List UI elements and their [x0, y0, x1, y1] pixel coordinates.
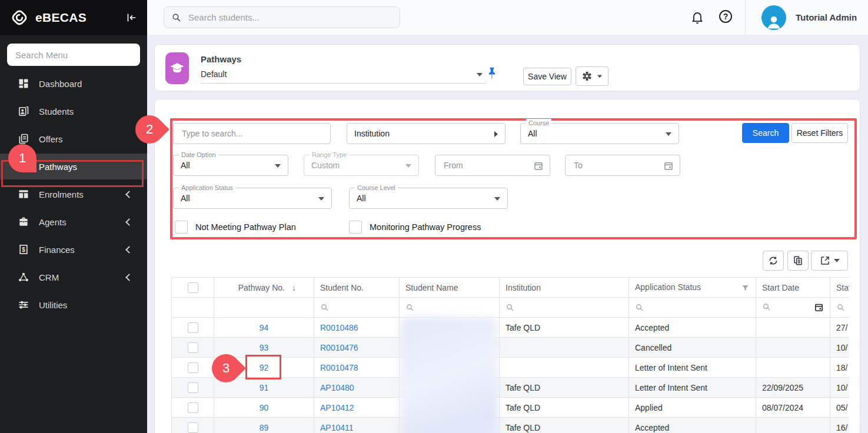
date-to-input[interactable]	[573, 160, 673, 171]
refresh-button[interactable]	[763, 251, 784, 271]
app-logo-icon	[9, 8, 29, 28]
select-all-checkbox[interactable]	[188, 282, 198, 293]
cell-status_date: 27/	[830, 318, 850, 338]
filter-cell-student_name[interactable]	[400, 298, 500, 318]
refresh-icon	[768, 255, 779, 266]
pathway_no-link[interactable]: 91	[260, 383, 269, 392]
monitoring-pathway-progress-option: Monitoring Pathway Progress	[349, 221, 481, 234]
filter-cell-student_no[interactable]	[314, 298, 400, 318]
student_no-link[interactable]: AP10412	[320, 403, 354, 412]
row-checkbox[interactable]	[188, 382, 198, 393]
sidebar-item-label: Dashboard	[39, 79, 133, 89]
col-header-application_status[interactable]: Application Status	[629, 278, 756, 298]
student-search-input[interactable]	[187, 12, 393, 23]
student_no-link[interactable]: R0010486	[320, 323, 358, 332]
row-checkbox[interactable]	[188, 422, 198, 433]
reset-filters-button[interactable]: Reset Filters	[791, 123, 848, 143]
filter-cell-institution[interactable]	[500, 298, 629, 318]
student_no-link[interactable]: R0010478	[320, 363, 358, 372]
cell-institution: Tafe QLD	[500, 378, 629, 398]
cell-student_name	[400, 358, 500, 378]
calendar-icon[interactable]	[533, 161, 544, 171]
filter-cell-start_date[interactable]	[756, 298, 830, 318]
date-to-field[interactable]	[565, 155, 680, 176]
date-from-input[interactable]	[443, 160, 543, 171]
sidebar-item-label: Utilities	[39, 300, 133, 310]
pathways-module-icon	[165, 52, 189, 84]
cell-institution: Tafe QLD	[500, 318, 629, 338]
date-option-dropdown[interactable]: Date Option All	[173, 155, 288, 176]
student_no-link[interactable]: R0010476	[320, 343, 358, 352]
course-level-dropdown[interactable]: Course Level All	[349, 188, 508, 209]
sidebar-item-crm[interactable]: CRM	[0, 264, 147, 290]
view-settings-button[interactable]	[576, 66, 608, 86]
search-button[interactable]: Search	[742, 123, 789, 143]
course-dropdown[interactable]: Course All	[520, 123, 679, 144]
col-header-institution[interactable]: Institution	[500, 278, 629, 298]
date-from-field[interactable]	[435, 155, 550, 176]
cell-application_status: Letter of Intent Sent	[629, 358, 756, 378]
sidebar-item-label: Students	[39, 106, 133, 116]
pathway_no-link[interactable]: 90	[260, 403, 269, 412]
user-avatar[interactable]	[761, 5, 786, 30]
keyword-search-input[interactable]	[181, 128, 323, 139]
save-view-button[interactable]: Save View	[523, 68, 571, 85]
notifications-bell-icon[interactable]	[690, 10, 704, 24]
not-meeting-pathway-plan-checkbox[interactable]	[175, 221, 188, 234]
pathway_no-link[interactable]: 92	[260, 363, 269, 372]
sidebar-collapse-icon[interactable]	[125, 11, 138, 24]
sidebar-item-finances[interactable]: $Finances	[0, 237, 147, 262]
filter-cell-status_date[interactable]	[830, 298, 850, 318]
row-checkbox[interactable]	[188, 402, 198, 413]
sidebar-item-enrolments[interactable]: Enrolments	[0, 181, 147, 207]
calendar-icon[interactable]	[814, 302, 824, 312]
institution-dropdown[interactable]: Institution	[347, 123, 505, 144]
menu-search-input[interactable]	[7, 44, 140, 66]
col-header-select	[172, 278, 214, 298]
range-type-dropdown[interactable]: Range Type Custom	[304, 155, 419, 176]
chevron-left-icon	[125, 246, 133, 254]
sort-descending-icon[interactable]: ↓	[292, 283, 296, 292]
cell-select	[172, 338, 214, 358]
pathway_no-link[interactable]: 94	[260, 323, 269, 332]
cell-start_date	[756, 358, 830, 378]
application-status-dropdown[interactable]: Application Status All	[173, 188, 332, 209]
pathway_no-link[interactable]: 89	[260, 423, 269, 432]
student_no-link[interactable]: AP10480	[320, 383, 354, 392]
export-button[interactable]	[811, 251, 848, 271]
user-name[interactable]: Tutorial Admin	[796, 12, 857, 22]
page-title: Pathways	[201, 54, 241, 64]
pin-view-icon[interactable]	[486, 67, 498, 82]
col-header-status_date[interactable]: Status Date	[830, 278, 850, 298]
help-icon[interactable]: ?	[719, 10, 732, 23]
view-select[interactable]: Default	[201, 66, 487, 84]
grid-filter-row	[172, 298, 850, 318]
monitoring-pathway-progress-checkbox[interactable]	[349, 221, 362, 234]
row-checkbox[interactable]	[188, 362, 198, 373]
cell-application_status: Cancelled	[629, 338, 756, 358]
grid-row-pathway-89: 89AP10411Tafe QLDAccepted16/	[172, 418, 850, 433]
sidebar-item-agents[interactable]: Agents	[0, 209, 147, 235]
sidebar-item-utilities[interactable]: Utilities	[0, 292, 147, 318]
sidebar-item-dashboard[interactable]: Dashboard	[0, 71, 147, 96]
pathway_no-link[interactable]: 93	[260, 343, 269, 352]
cell-application_status: Accepted	[629, 418, 756, 433]
chevron-down-icon	[834, 259, 840, 262]
sidebar-item-label: Enrolments	[39, 189, 117, 199]
copy-button[interactable]	[787, 251, 809, 271]
col-header-pathway_no[interactable]: Pathway No.↓	[214, 278, 314, 298]
student_no-link[interactable]: AP10411	[320, 423, 354, 432]
row-checkbox[interactable]	[188, 322, 198, 333]
filter-funnel-icon[interactable]	[741, 284, 750, 292]
calendar-icon[interactable]	[663, 161, 674, 171]
chevron-left-icon	[125, 191, 133, 198]
col-header-start_date[interactable]: Start Date	[756, 278, 830, 298]
row-checkbox[interactable]	[188, 342, 198, 353]
col-header-student_name[interactable]: Student Name	[400, 278, 500, 298]
keyword-search-field[interactable]	[173, 123, 331, 144]
filter-cell-application_status[interactable]	[629, 298, 756, 318]
sidebar-item-students[interactable]: Students	[0, 98, 147, 124]
col-header-student_no[interactable]: Student No.	[314, 278, 400, 298]
cell-student_no: R0010478	[314, 358, 400, 378]
student-search-box[interactable]	[164, 6, 400, 28]
